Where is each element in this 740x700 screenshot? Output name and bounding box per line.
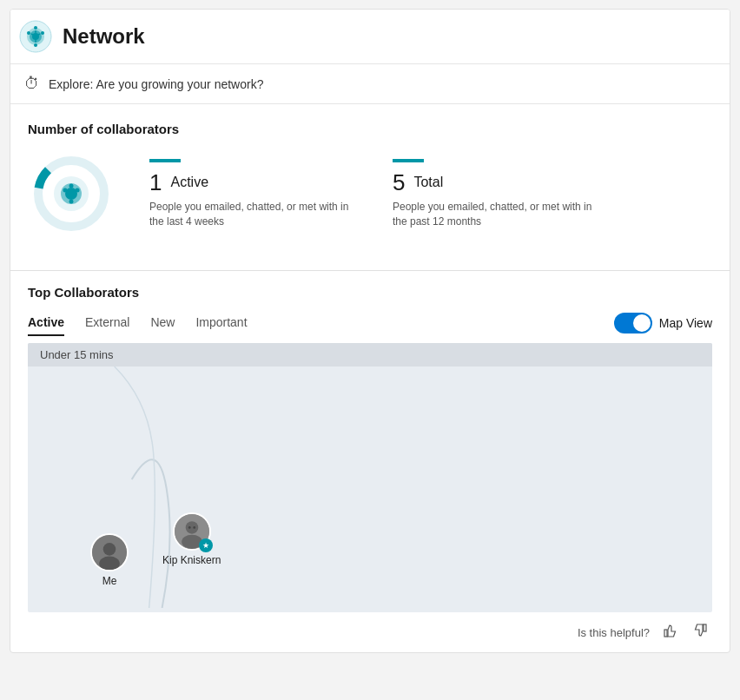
map-view-toggle-group: Map View: [614, 313, 712, 333]
thumbs-up-button[interactable]: [658, 621, 681, 644]
svg-point-3: [32, 33, 39, 40]
svg-point-29: [185, 521, 198, 534]
active-desc: People you emailed, chatted, or met with…: [149, 200, 358, 229]
footer: Is this helpful?: [10, 612, 730, 652]
svg-line-11: [31, 34, 33, 35]
total-label: Total: [413, 175, 443, 190]
map-header: Under 15 mins: [28, 343, 712, 367]
tabs-row: Active External New Important Map View: [10, 310, 730, 336]
svg-point-32: [193, 526, 195, 529]
svg-point-4: [34, 26, 37, 30]
svg-rect-34: [704, 624, 706, 631]
map-svg: [28, 367, 712, 608]
svg-point-27: [99, 557, 120, 571]
svg-point-7: [27, 31, 30, 35]
active-bar: [149, 159, 181, 162]
thumbs-up-icon: [662, 623, 677, 638]
map-body: Me ★: [28, 367, 712, 608]
tab-external[interactable]: External: [85, 310, 129, 336]
active-label: Active: [170, 175, 208, 190]
tab-important[interactable]: Important: [195, 310, 247, 336]
collab-stats: 1 Active People you emailed, chatted, or…: [28, 150, 712, 237]
main-card: Network ⏱ Explore: Are you growing your …: [10, 9, 730, 653]
svg-point-20: [63, 188, 68, 193]
tab-active[interactable]: Active: [28, 310, 64, 336]
svg-line-9: [38, 34, 40, 35]
total-desc: People you emailed, chatted, or met with…: [393, 200, 601, 229]
top-collaborators-title: Top Collaborators: [10, 285, 730, 300]
network-logo-icon: [19, 20, 52, 53]
kip-avatar-container[interactable]: ★ Kip Kniskern: [162, 512, 221, 566]
svg-rect-33: [664, 630, 667, 637]
donut-chart: [28, 150, 115, 237]
tab-new[interactable]: New: [150, 310, 175, 336]
svg-line-22: [74, 191, 76, 192]
page-header: Network: [10, 10, 730, 63]
svg-point-5: [41, 31, 44, 35]
toggle-knob: [633, 314, 651, 332]
map-view-toggle[interactable]: [614, 313, 652, 333]
active-count: 1: [149, 169, 162, 196]
me-label: Me: [102, 575, 117, 587]
svg-point-6: [34, 43, 37, 47]
svg-point-31: [188, 526, 191, 529]
svg-line-24: [68, 191, 69, 192]
helpful-text: Is this helpful?: [578, 626, 650, 639]
divider: [10, 270, 730, 271]
svg-point-17: [69, 184, 74, 188]
collaborators-title: Number of collaborators: [28, 122, 712, 136]
svg-point-26: [103, 543, 116, 556]
page-title: Network: [63, 24, 145, 49]
total-stat: 5 Total People you emailed, chatted, or …: [393, 159, 601, 229]
map-container: Under 15 mins Me: [28, 343, 712, 612]
active-stat-row: 1 Active: [149, 169, 358, 196]
collaborators-section: Number of collaborators: [10, 104, 730, 263]
me-avatar: [90, 533, 129, 571]
svg-point-19: [69, 200, 74, 204]
explore-bar[interactable]: ⏱ Explore: Are you growing your network?: [10, 63, 730, 104]
explore-icon: ⏱: [24, 75, 40, 93]
svg-point-18: [76, 188, 80, 193]
explore-text: Explore: Are you growing your network?: [49, 77, 263, 91]
kip-star-badge: ★: [199, 538, 213, 552]
total-stat-row: 5 Total: [393, 169, 601, 196]
me-avatar-container: Me: [90, 533, 129, 587]
kip-avatar-wrapper: ★: [173, 512, 211, 551]
total-count: 5: [393, 169, 405, 196]
map-view-label: Map View: [659, 316, 712, 330]
thumbs-down-icon: [693, 623, 709, 638]
active-stat: 1 Active People you emailed, chatted, or…: [149, 159, 358, 229]
kip-name: Kip Kniskern: [162, 554, 221, 566]
total-bar: [393, 159, 424, 162]
thumbs-down-button[interactable]: [690, 621, 712, 644]
